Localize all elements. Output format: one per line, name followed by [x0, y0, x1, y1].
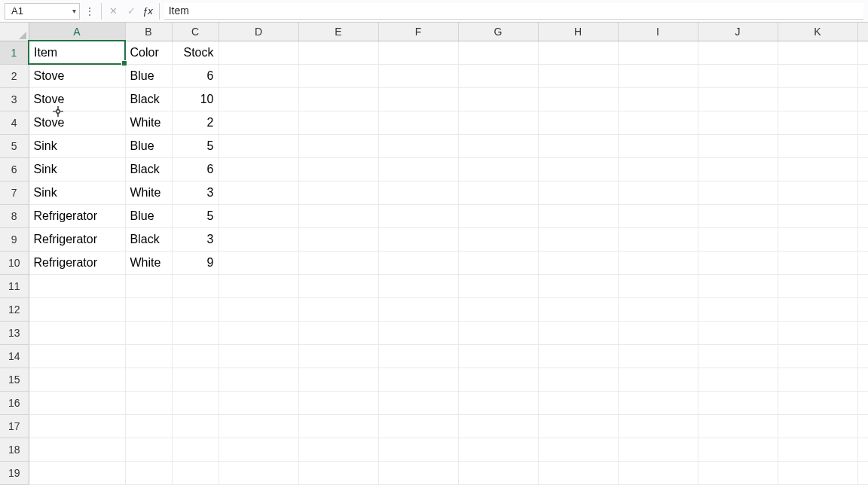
cell-J15[interactable]: [698, 368, 778, 391]
cell-C2[interactable]: 6: [172, 64, 219, 87]
spreadsheet-grid[interactable]: ABCDEFGHIJKL1ItemColorStock2StoveBlue63S…: [0, 23, 868, 485]
cell-C13[interactable]: [172, 321, 219, 344]
cell-J1[interactable]: [698, 41, 778, 64]
cell-K14[interactable]: [778, 344, 857, 368]
cell-I10[interactable]: [618, 251, 698, 274]
cell-J2[interactable]: [698, 64, 778, 87]
cell-D17[interactable]: [219, 414, 298, 438]
cell-J13[interactable]: [698, 321, 778, 344]
row-header-16[interactable]: 16: [0, 391, 29, 414]
cell-E9[interactable]: [298, 227, 378, 251]
cell-G3[interactable]: [458, 87, 538, 111]
cell-H19[interactable]: [538, 461, 618, 484]
cell-D14[interactable]: [219, 344, 298, 368]
cell-K3[interactable]: [778, 87, 857, 111]
chevron-down-icon[interactable]: ▾: [72, 7, 76, 15]
cell-D12[interactable]: [219, 297, 298, 321]
cell-G14[interactable]: [458, 344, 538, 368]
cell-E18[interactable]: [298, 438, 378, 461]
cell-J6[interactable]: [698, 157, 778, 181]
cell-H12[interactable]: [538, 297, 618, 321]
column-header-D[interactable]: D: [219, 23, 298, 41]
cell-B7[interactable]: White: [125, 181, 172, 204]
cell-C5[interactable]: 5: [172, 134, 219, 157]
cell-E13[interactable]: [298, 321, 378, 344]
cell-I16[interactable]: [618, 391, 698, 414]
cell-H6[interactable]: [538, 157, 618, 181]
cell-J19[interactable]: [698, 461, 778, 484]
cell-E8[interactable]: [298, 204, 378, 227]
cell-F15[interactable]: [378, 368, 458, 391]
cell-F4[interactable]: [378, 111, 458, 134]
cell-D9[interactable]: [219, 227, 298, 251]
cell-G8[interactable]: [458, 204, 538, 227]
column-header-G[interactable]: G: [458, 23, 538, 41]
cell-F8[interactable]: [378, 204, 458, 227]
cell-A11[interactable]: [29, 274, 125, 297]
cell-C10[interactable]: 9: [172, 251, 219, 274]
cell-L18[interactable]: [857, 438, 868, 461]
cell-D10[interactable]: [219, 251, 298, 274]
cell-A8[interactable]: Refrigerator: [29, 204, 125, 227]
cell-A6[interactable]: Sink: [29, 157, 125, 181]
row-header-18[interactable]: 18: [0, 438, 29, 461]
column-header-K[interactable]: K: [778, 23, 857, 41]
row-header-8[interactable]: 8: [0, 204, 29, 227]
column-header-E[interactable]: E: [298, 23, 378, 41]
cell-F19[interactable]: [378, 461, 458, 484]
cell-H13[interactable]: [538, 321, 618, 344]
cell-B11[interactable]: [125, 274, 172, 297]
cell-K6[interactable]: [778, 157, 857, 181]
cell-I2[interactable]: [618, 64, 698, 87]
row-header-19[interactable]: 19: [0, 461, 29, 484]
cell-D8[interactable]: [219, 204, 298, 227]
cell-L14[interactable]: [857, 344, 868, 368]
cell-H11[interactable]: [538, 274, 618, 297]
column-header-C[interactable]: C: [172, 23, 219, 41]
cell-H18[interactable]: [538, 438, 618, 461]
cell-J4[interactable]: [698, 111, 778, 134]
cell-E5[interactable]: [298, 134, 378, 157]
cell-I3[interactable]: [618, 87, 698, 111]
cell-L11[interactable]: [857, 274, 868, 297]
cell-K16[interactable]: [778, 391, 857, 414]
cell-F6[interactable]: [378, 157, 458, 181]
cell-E12[interactable]: [298, 297, 378, 321]
cell-L16[interactable]: [857, 391, 868, 414]
cell-H2[interactable]: [538, 64, 618, 87]
cell-G7[interactable]: [458, 181, 538, 204]
cell-L17[interactable]: [857, 414, 868, 438]
cell-C6[interactable]: 6: [172, 157, 219, 181]
cell-B5[interactable]: Blue: [125, 134, 172, 157]
cell-K9[interactable]: [778, 227, 857, 251]
cell-B18[interactable]: [125, 438, 172, 461]
cell-K13[interactable]: [778, 321, 857, 344]
cell-I1[interactable]: [618, 41, 698, 64]
cell-I14[interactable]: [618, 344, 698, 368]
cell-K8[interactable]: [778, 204, 857, 227]
cell-C17[interactable]: [172, 414, 219, 438]
fx-icon[interactable]: ƒx: [142, 5, 153, 17]
cell-G12[interactable]: [458, 297, 538, 321]
column-header-H[interactable]: H: [538, 23, 618, 41]
cell-A7[interactable]: Sink: [29, 181, 125, 204]
cell-F17[interactable]: [378, 414, 458, 438]
cell-E11[interactable]: [298, 274, 378, 297]
cell-D19[interactable]: [219, 461, 298, 484]
cell-A5[interactable]: Sink: [29, 134, 125, 157]
cell-H8[interactable]: [538, 204, 618, 227]
cell-K17[interactable]: [778, 414, 857, 438]
cancel-icon[interactable]: ✕: [106, 5, 120, 18]
cell-J12[interactable]: [698, 297, 778, 321]
cell-F9[interactable]: [378, 227, 458, 251]
cell-A3[interactable]: Stove: [29, 87, 125, 111]
cell-J16[interactable]: [698, 391, 778, 414]
cell-G17[interactable]: [458, 414, 538, 438]
cell-A18[interactable]: [29, 438, 125, 461]
cell-K5[interactable]: [778, 134, 857, 157]
cell-I12[interactable]: [618, 297, 698, 321]
row-header-6[interactable]: 6: [0, 157, 29, 181]
column-header-I[interactable]: I: [618, 23, 698, 41]
select-all-corner[interactable]: [0, 23, 29, 41]
cell-C3[interactable]: 10: [172, 87, 219, 111]
